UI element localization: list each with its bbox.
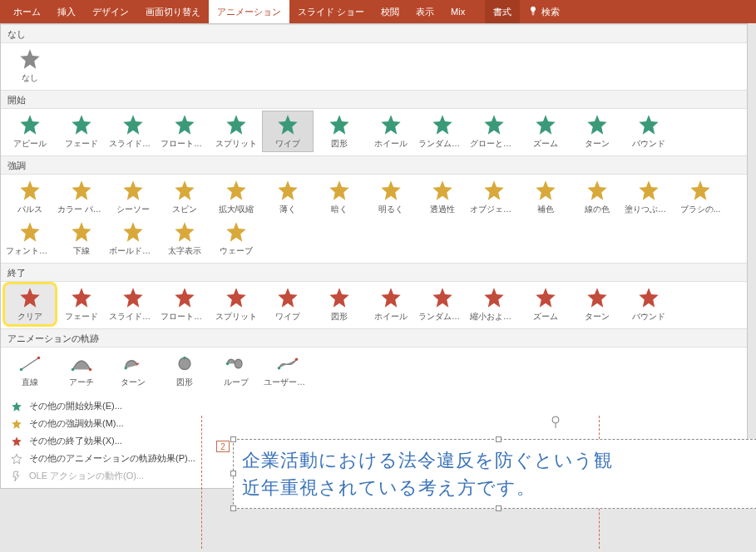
anim-item-カラパルス[interactable]: カラー パルス	[56, 176, 107, 218]
anim-item-線の色[interactable]: 線の色	[571, 176, 623, 218]
anim-item-直線[interactable]: 直線	[4, 349, 56, 391]
anim-item-フロトイン[interactable]: フロートイン	[159, 111, 210, 152]
star-icon	[18, 286, 42, 309]
star-icon	[482, 113, 506, 136]
anim-none[interactable]: なし	[4, 45, 56, 86]
anim-item-ボルドフラ[interactable]: ボールドフラ...	[107, 218, 159, 259]
star-icon	[534, 179, 557, 202]
anim-item-タン[interactable]: ターン	[571, 111, 623, 152]
more-entrance-effects[interactable]: その他の開始効果(E)...	[1, 397, 747, 415]
anim-label: ランダムスト...	[418, 311, 467, 323]
anim-item-クリア[interactable]: クリア	[4, 283, 56, 325]
anim-label: 明るく	[378, 204, 403, 215]
anim-label: 塗りつぶしの色	[625, 204, 673, 215]
anim-item-暗く[interactable]: 暗く	[314, 176, 365, 218]
anim-item-スプリット[interactable]: スプリット	[210, 283, 262, 325]
anim-item-塗りつぶしの色[interactable]: 塗りつぶしの色	[623, 176, 674, 218]
animation-order-tag[interactable]: 2	[216, 441, 230, 452]
anim-item-拡大収縮[interactable]: 拡大/収縮	[210, 176, 262, 218]
star-icon	[328, 286, 351, 309]
anim-item-図形[interactable]: 図形	[314, 283, 365, 325]
anim-item-フェド[interactable]: フェード	[56, 283, 107, 325]
tab-format[interactable]: 書式	[485, 0, 520, 23]
section-entrance-header: 開始	[1, 90, 747, 109]
svg-point-7	[179, 357, 190, 369]
anim-item-図形[interactable]: 図形	[314, 111, 365, 152]
resize-handle[interactable]	[230, 505, 236, 511]
anim-item-フロトアウト[interactable]: フロートアウト	[159, 283, 210, 325]
anim-item-下線[interactable]: 下線	[56, 218, 107, 259]
anim-item-タン[interactable]: ターン	[107, 349, 159, 391]
tab-slideshow[interactable]: スライド ショー	[289, 0, 373, 23]
anim-item-太字表示[interactable]: 太字表示	[159, 218, 210, 259]
anim-label: ブラシの...	[680, 204, 720, 215]
anim-label: フェード	[65, 311, 98, 323]
anim-item-ユザ設[interactable]: ユーザー設...	[262, 349, 314, 391]
anim-item-アピル[interactable]: アピール	[4, 111, 56, 152]
resize-handle[interactable]	[230, 436, 236, 442]
tab-home[interactable]: ホーム	[5, 0, 49, 23]
anim-item-明るく[interactable]: 明るく	[365, 176, 417, 218]
anim-item-フォントの色[interactable]: フォントの色	[4, 218, 56, 259]
anim-item-透過性[interactable]: 透過性	[417, 176, 468, 218]
anim-item-図形[interactable]: 図形	[159, 349, 210, 391]
star-icon	[379, 286, 403, 309]
anim-item-縮小および[interactable]: 縮小および...	[468, 283, 520, 325]
section-emphasis-items: パルスカラー パルスシーソースピン拡大/収縮薄く暗く明るく透過性オブジェクト .…	[1, 175, 747, 263]
svg-point-8	[183, 356, 186, 359]
selected-textbox[interactable]: 企業活動における法令違反を防ぐという観 近年重視されている考え方です。	[233, 439, 756, 509]
resize-handle[interactable]	[496, 505, 502, 511]
anim-item-スピン[interactable]: スピン	[159, 176, 210, 218]
tab-mix[interactable]: Mix	[442, 0, 473, 23]
anim-item-スプリット[interactable]: スプリット	[210, 111, 262, 152]
tab-transitions[interactable]: 画面切り替え	[137, 0, 209, 23]
anim-item-パルス[interactable]: パルス	[4, 176, 56, 218]
anim-item-グロとタン[interactable]: グローとターン	[468, 111, 520, 152]
tab-view[interactable]: 表示	[408, 0, 442, 23]
rotation-handle[interactable]	[549, 416, 562, 429]
anim-item-シソ[interactable]: シーソー	[107, 176, 159, 218]
resize-handle[interactable]	[496, 436, 502, 442]
anim-item-ズム[interactable]: ズーム	[520, 111, 571, 152]
anim-item-スライドイン[interactable]: スライドイン	[107, 111, 159, 152]
star-icon	[70, 179, 93, 202]
anim-item-オブジェクト[interactable]: オブジェクト ...	[468, 176, 520, 218]
anim-item-ランダムスト[interactable]: ランダムスト...	[417, 111, 468, 152]
search-label: 検索	[541, 6, 560, 18]
anim-label: ウェーブ	[220, 245, 253, 257]
star-icon	[121, 113, 145, 136]
star-icon	[11, 401, 22, 412]
anim-item-タン[interactable]: ターン	[571, 283, 623, 325]
anim-item-フェド[interactable]: フェード	[56, 111, 107, 152]
slide-canvas[interactable]: 2 企業活動における法令違反を防ぐという観 近年重視されている考え方です。	[191, 416, 756, 549]
anim-label: パルス	[17, 204, 42, 215]
tab-insert[interactable]: 挿入	[49, 0, 84, 23]
anim-item-ワイプ[interactable]: ワイプ	[262, 111, 314, 152]
anim-label: シーソー	[116, 204, 150, 215]
anim-item-ランダムスト[interactable]: ランダムスト...	[417, 283, 468, 325]
tab-animations[interactable]: アニメーション	[209, 0, 289, 23]
tab-design[interactable]: デザイン	[84, 0, 137, 23]
guide-vertical	[201, 416, 202, 549]
anim-item-アチ[interactable]: アーチ	[56, 349, 107, 391]
anim-item-ズム[interactable]: ズーム	[520, 283, 571, 325]
anim-item-バウンド[interactable]: バウンド	[623, 283, 674, 325]
resize-handle[interactable]	[230, 471, 236, 476]
anim-item-ホイル[interactable]: ホイール	[365, 111, 417, 152]
anim-item-ホイル[interactable]: ホイール	[365, 283, 417, 325]
anim-item-ブラシの[interactable]: ブラシの...	[674, 176, 726, 218]
star-icon	[11, 418, 22, 430]
anim-item-ウェブ[interactable]: ウェーブ	[210, 218, 262, 259]
anim-item-ルプ[interactable]: ループ	[210, 349, 262, 391]
star-icon	[18, 47, 42, 71]
anim-item-スライドアウト[interactable]: スライドアウト	[107, 283, 159, 325]
tell-me-search[interactable]: 検索	[520, 0, 568, 23]
star-icon	[121, 179, 145, 202]
anim-item-補色[interactable]: 補色	[520, 176, 571, 218]
anim-item-ワイプ[interactable]: ワイプ	[262, 283, 314, 325]
anim-item-薄く[interactable]: 薄く	[262, 176, 314, 218]
anim-label: スプリット	[215, 311, 257, 323]
star-icon	[637, 113, 660, 136]
tab-review[interactable]: 校閲	[373, 0, 408, 23]
anim-item-バウンド[interactable]: バウンド	[623, 111, 674, 152]
